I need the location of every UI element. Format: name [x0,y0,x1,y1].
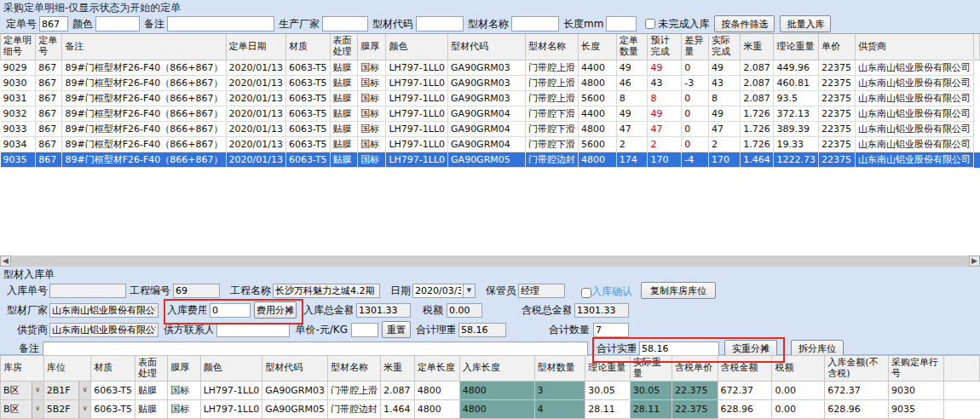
column-header-17[interactable]: 单价 [819,34,856,60]
table-cell: 19.33 [774,137,819,152]
warehouse-select[interactable]: B区∨ [1,400,44,419]
warehouse-row-B区[interactable]: B区∨5B2F∨6063-T5贴膜国标LH797-1LL0GA90GRM05门带… [1,400,980,419]
batch-inbound-button[interactable]: 批量入库 [780,15,831,32]
chevron-down-icon[interactable]: ∨ [32,400,43,418]
table-cell: 2 [648,137,682,152]
order-row-9029[interactable]: 902986789#门框型材F26-F40（866+867）2020/01/13… [1,60,980,76]
column-header-10[interactable]: 入库长度 [459,356,534,382]
column-header-11[interactable]: 型材数量 [534,356,585,382]
column-header-8[interactable]: 米重 [380,356,414,382]
tax-total-field[interactable] [574,303,629,318]
column-header-15[interactable]: 含税金额 [718,356,772,382]
date-field[interactable] [412,284,464,298]
scroll-right-icon[interactable]: ▶ [969,255,980,267]
order-row-9032[interactable]: 903286789#门框型材F26-F40（866+867）2020/01/13… [1,106,980,122]
chevron-down-icon[interactable]: ∨ [32,382,43,399]
filter-input-manufacturer[interactable] [322,16,368,32]
copy-warehouse-location-button[interactable]: 复制库房库位 [641,282,716,299]
column-header-2[interactable]: 备注 [62,34,226,60]
column-header-15[interactable]: 米重 [741,34,774,60]
chevron-down-icon[interactable]: ∨ [78,382,90,399]
column-header-9[interactable]: 型材名称 [526,34,579,60]
project-no-field[interactable] [173,284,220,298]
order-row-9034[interactable]: 903486789#门框型材F26-F40（866+867）2020/01/13… [1,137,980,152]
filter-input-order-no[interactable] [39,16,68,32]
column-header-14[interactable]: 实际完成 [708,34,740,60]
location-select[interactable]: 5B2F∨ [43,400,91,419]
profile-factory-field[interactable] [49,303,159,318]
column-header-3[interactable]: 表面处理 [135,356,167,382]
keeper-field[interactable] [518,284,565,298]
table-cell: 1222.73 [774,152,819,168]
column-header-6[interactable]: 型材代码 [262,356,328,382]
unfinished-checkbox[interactable] [645,19,655,29]
column-header-3[interactable]: 定单日期 [226,34,285,60]
split-location-button[interactable]: 拆分库位 [791,340,844,357]
column-header-10[interactable]: 长度 [579,34,617,60]
filter-by-condition-button[interactable]: 按条件筛选 [714,15,775,32]
column-header-6[interactable]: 膜厚 [358,34,386,60]
column-header-7[interactable]: 颜色 [386,34,448,60]
filter-input-remark[interactable] [167,16,274,32]
order-row-9035[interactable]: 903586789#门框型材F26-F40（866+867）2020/01/13… [1,152,980,168]
table-cell: 山东南山铝业股份有限公司 [855,91,973,106]
order-row-9030[interactable]: 903086789#门框型材F26-F40（866+867）2020/01/13… [1,76,980,91]
column-header-2[interactable]: 材质 [91,356,135,382]
column-header-16[interactable]: 税额 [772,356,825,382]
total-qty-field[interactable] [593,323,629,337]
column-header-1[interactable]: 定单号 [36,34,62,60]
remark-field[interactable] [43,342,588,356]
filter-input-length-mm[interactable] [606,16,637,32]
table-cell: 6063-T5 [285,152,330,168]
column-header-1[interactable]: 库位 [43,356,91,382]
fee-allocate-button[interactable]: 费用分摊 [254,301,297,319]
filter-input-color[interactable] [95,16,140,32]
inbound-total-field[interactable] [356,303,411,318]
horizontal-scrollbar[interactable]: ◀ ▶ [0,255,980,267]
table-cell: GA90GRM04 [448,106,526,122]
column-header-8[interactable]: 型材代码 [448,34,526,60]
column-header-18[interactable]: 供货商 [855,34,973,60]
filter-input-profile-name[interactable] [511,16,559,32]
column-header-13[interactable]: 实际重量 [630,356,672,382]
column-header-13[interactable]: 差异量 [682,34,709,60]
column-header-17[interactable]: 入库金额(不含税) [825,356,889,382]
column-header-4[interactable]: 膜厚 [168,356,200,382]
actual-weight-allocate-button[interactable]: 实重分摊 [724,340,777,357]
column-header-12[interactable]: 预计完成 [648,34,682,60]
unit-price-field[interactable] [351,323,378,337]
table-cell: 672.37 [825,382,889,400]
inbound-fee-field[interactable] [210,303,251,318]
project-name-field[interactable] [273,284,380,298]
column-header-5[interactable]: 表面处理 [330,34,358,60]
column-header-11[interactable]: 定单数量 [616,34,648,60]
table-cell: LH797-1LL0 [386,91,448,106]
total-theoretical-field[interactable] [458,323,506,337]
inbound-no-field[interactable] [49,284,126,298]
column-header-9[interactable]: 定单长度 [414,356,459,382]
column-header-0[interactable]: 库房 [1,356,44,382]
inbound-confirm-checkbox[interactable] [581,288,591,298]
order-row-9031[interactable]: 903186789#门框型材F26-F40（866+867）2020/01/13… [1,91,980,106]
column-header-16[interactable]: 理论重量 [774,34,819,60]
supplier-field[interactable] [49,323,159,337]
scroll-left-icon[interactable]: ◀ [0,255,11,267]
chevron-down-icon[interactable]: ∨ [78,400,90,418]
reset-button[interactable]: 重置 [382,321,411,338]
warehouse-row-B区[interactable]: B区∨2B1F∨6063-T5贴膜国标LH797-1LL0GA90GRM03门带… [1,382,980,400]
location-select[interactable]: 2B1F∨ [43,382,91,400]
tax-field[interactable] [447,303,482,318]
warehouse-select[interactable]: B区∨ [1,382,44,400]
filter-input-profile-code[interactable] [416,16,464,32]
date-dropdown-button[interactable]: ▼ [463,284,476,298]
order-row-9033[interactable]: 903386789#门框型材F26-F40（866+867）2020/01/13… [1,122,980,137]
column-header-5[interactable]: 颜色 [200,356,262,382]
total-actual-field[interactable] [639,342,719,356]
column-header-4[interactable]: 材质 [285,34,330,60]
supplier-contact-field[interactable] [216,323,290,337]
column-header-12[interactable]: 理论重量 [585,356,631,382]
column-header-18[interactable]: 采购定单行号 [889,356,944,382]
column-header-14[interactable]: 含税单价 [672,356,718,382]
column-header-0[interactable]: 定单明细号 [1,34,36,60]
column-header-7[interactable]: 型材名称 [327,356,380,382]
